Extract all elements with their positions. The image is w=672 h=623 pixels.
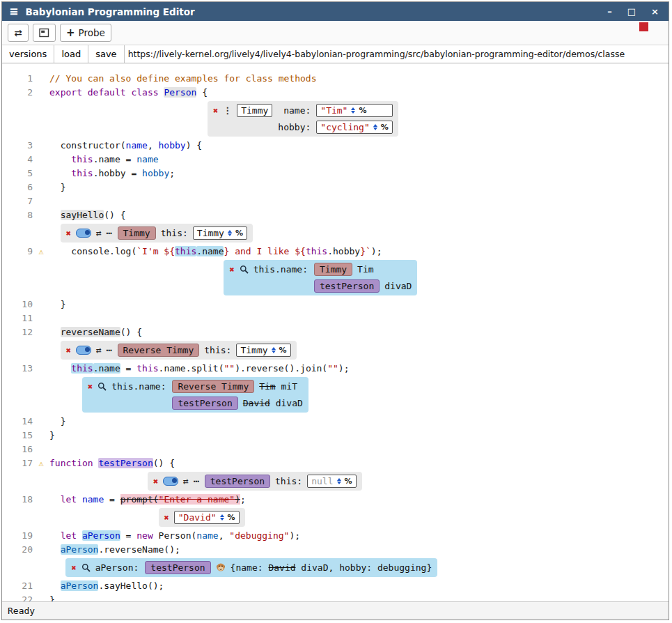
magnifier-icon[interactable] xyxy=(240,264,249,275)
link-icon[interactable]: % xyxy=(235,229,243,238)
close-icon[interactable]: ✖ xyxy=(88,382,93,392)
toggle-icon[interactable] xyxy=(163,477,178,486)
url-input[interactable] xyxy=(125,45,669,63)
close-icon[interactable]: ✖ xyxy=(71,563,76,573)
close-icon[interactable]: ✖ xyxy=(66,346,71,355)
link-icon[interactable]: % xyxy=(359,106,366,115)
example-badge[interactable]: Reverse Timmy xyxy=(172,380,254,393)
plus-icon: + xyxy=(66,26,75,39)
more-options-icon[interactable]: ⋯ xyxy=(194,476,200,486)
save-button[interactable]: save xyxy=(88,45,124,63)
value-box[interactable]: "cycling"% xyxy=(316,121,392,134)
example-badge[interactable]: Reverse Timmy xyxy=(118,344,200,357)
stepper-icon[interactable] xyxy=(272,347,276,353)
code-text: this.name = this.name.split("").reverse(… xyxy=(49,362,350,376)
example-widget: ✖⇄⋯Timmythis:Timmy% xyxy=(61,224,253,243)
stepper-icon[interactable] xyxy=(373,124,377,130)
maximize-button[interactable]: □ xyxy=(627,6,636,17)
line-number: 2 xyxy=(2,86,33,100)
stepper-icon[interactable] xyxy=(220,514,224,521)
record-indicator xyxy=(639,22,648,31)
value-box[interactable]: "Tim"% xyxy=(316,104,392,117)
toolbar: ⇄ + Probe xyxy=(2,21,669,45)
code-line: 3 constructor(name, hobby) { xyxy=(2,139,669,153)
example-badge[interactable]: testPerson xyxy=(314,279,380,293)
swap-arrows-icon[interactable]: ⇄ xyxy=(183,476,189,486)
menu-icon[interactable]: ≡ xyxy=(9,5,18,18)
link-icon[interactable]: % xyxy=(228,513,235,522)
value-box[interactable]: Timmy% xyxy=(236,344,290,357)
probe-value: {name: David divaD, hobby: debugging} xyxy=(230,562,432,573)
line-number: 12 xyxy=(2,325,33,339)
value-box[interactable]: null% xyxy=(307,475,356,488)
example-badge[interactable]: testPerson xyxy=(145,561,210,574)
example-name-box[interactable]: Timmy xyxy=(237,104,272,117)
probe-widget: ✖this.name:Reverse TimmyTim miTtestPerso… xyxy=(82,377,308,413)
line-number: 10 xyxy=(2,298,33,312)
stepper-icon[interactable] xyxy=(228,230,232,236)
toggle-icon[interactable] xyxy=(76,229,91,238)
more-options-icon[interactable]: ⋯ xyxy=(107,228,113,238)
code-line: 16 xyxy=(2,443,669,456)
more-options-icon[interactable]: ⋯ xyxy=(107,345,113,355)
titlebar: ≡ Babylonian Programming Editor – □ × xyxy=(2,2,669,21)
sync-button[interactable]: ⇄ xyxy=(8,24,29,42)
frame-icon xyxy=(39,28,49,38)
code-text: } xyxy=(49,415,65,429)
line-number: 20 xyxy=(2,543,33,557)
close-icon[interactable]: ✖ xyxy=(164,513,169,523)
code-text: export default class Person { xyxy=(49,86,208,100)
example-badge[interactable]: Timmy xyxy=(314,263,352,276)
magnifier-icon[interactable] xyxy=(81,562,91,573)
link-icon[interactable]: % xyxy=(345,477,352,486)
add-probe-button[interactable]: + Probe xyxy=(60,24,111,42)
statusbar: Ready xyxy=(2,601,669,620)
toggle-icon[interactable] xyxy=(76,346,91,355)
line-number: 19 xyxy=(2,529,33,543)
window-title: Babylonian Programming Editor xyxy=(25,6,600,17)
widget-row: ✖aPerson:testPerson{name: David divaD, h… xyxy=(2,557,669,579)
code-line: 2export default class Person { xyxy=(2,86,669,100)
example-badge[interactable]: testPerson xyxy=(172,397,237,410)
link-icon[interactable]: % xyxy=(279,346,287,355)
code-line: 17⚠function testPerson() { xyxy=(2,456,669,470)
load-button[interactable]: load xyxy=(54,45,88,63)
minimize-button[interactable]: – xyxy=(607,6,612,17)
code-text: let aPerson = new Person(name, "debuggin… xyxy=(49,529,300,543)
line-number: 15 xyxy=(2,429,33,443)
swap-arrows-icon: ⇄ xyxy=(14,27,22,38)
swap-arrows-icon[interactable]: ⇄ xyxy=(96,345,102,355)
this-label: this: xyxy=(204,345,231,355)
drag-handle-icon[interactable]: ⋮ xyxy=(223,105,232,116)
link-icon[interactable]: % xyxy=(381,123,389,132)
widget-row: ✖⇄⋯Timmythis:Timmy% xyxy=(2,222,669,245)
code-text: function testPerson() { xyxy=(49,456,175,470)
code-text: this.hobby = hobby; xyxy=(49,167,175,180)
probe-value: Tim miT xyxy=(259,381,297,392)
code-text: // You can also define examples for clas… xyxy=(49,72,317,86)
example-badge[interactable]: testPerson xyxy=(205,475,270,488)
example-badge[interactable]: Timmy xyxy=(118,226,156,240)
code-text: } xyxy=(49,298,65,312)
annotation-frame-button[interactable] xyxy=(33,24,56,42)
code-line: 6 } xyxy=(2,180,669,194)
value-box[interactable]: "David"% xyxy=(174,511,240,524)
stepper-icon[interactable] xyxy=(337,478,341,484)
code-text: } xyxy=(49,593,55,601)
code-line: 20 aPerson.reverseName(); xyxy=(2,543,669,557)
close-icon[interactable]: ✖ xyxy=(153,477,158,486)
value-box[interactable]: Timmy% xyxy=(193,226,247,240)
stepper-icon[interactable] xyxy=(351,107,355,114)
close-icon[interactable]: ✖ xyxy=(66,229,71,238)
close-icon[interactable]: ✖ xyxy=(229,265,234,275)
magnifier-icon[interactable] xyxy=(97,381,107,392)
code-line: 14 } xyxy=(2,415,669,429)
close-button[interactable]: × xyxy=(651,6,659,17)
warning-icon: ⚠ xyxy=(33,456,49,470)
code-editor[interactable]: 1// You can also define examples for cla… xyxy=(2,63,669,601)
swap-arrows-icon[interactable]: ⇄ xyxy=(96,228,102,238)
code-line: 13 this.name = this.name.split("").rever… xyxy=(2,362,669,376)
close-icon[interactable]: ✖ xyxy=(213,106,218,116)
probe-value: divaD xyxy=(384,281,412,291)
versions-button[interactable]: versions xyxy=(2,45,54,63)
